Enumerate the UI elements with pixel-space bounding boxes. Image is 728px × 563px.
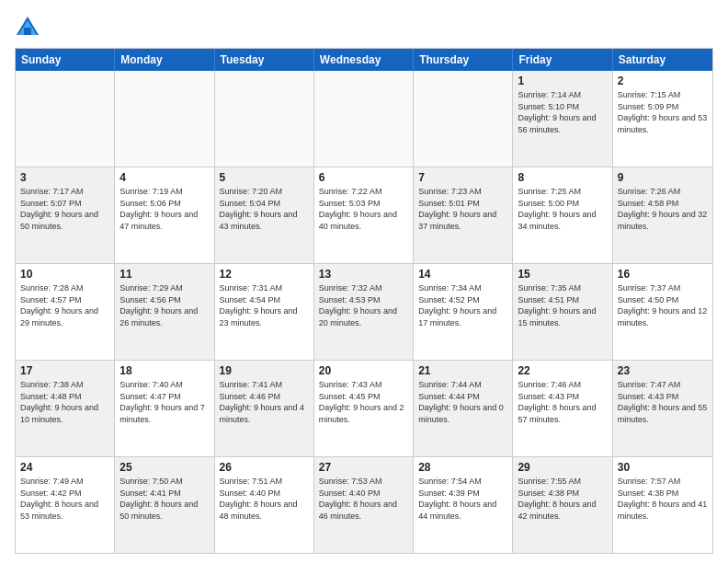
day-number: 19 [220,364,309,377]
header-cell-saturday: Saturday [613,49,712,71]
cal-cell-15: 15Sunrise: 7:35 AMSunset: 4:51 PMDayligh… [513,264,612,360]
header-cell-thursday: Thursday [414,49,513,71]
logo-icon [15,15,40,40]
cell-info: Sunrise: 7:29 AMSunset: 4:56 PMDaylight:… [119,282,209,328]
cell-info: Sunrise: 7:44 AMSunset: 4:44 PMDaylight:… [418,379,507,425]
day-number: 1 [518,75,607,87]
cell-info: Sunrise: 7:54 AMSunset: 4:39 PMDaylight:… [418,476,507,522]
cal-cell-9: 9Sunrise: 7:26 AMSunset: 4:58 PMDaylight… [613,167,712,263]
cell-info: Sunrise: 7:43 AMSunset: 4:45 PMDaylight:… [319,379,408,425]
cell-info: Sunrise: 7:25 AMSunset: 5:00 PMDaylight:… [518,186,607,232]
day-number: 26 [220,461,309,474]
cal-cell-8: 8Sunrise: 7:25 AMSunset: 5:00 PMDaylight… [513,167,612,263]
svg-rect-2 [24,28,31,35]
cal-cell-1: 1Sunrise: 7:14 AMSunset: 5:10 PMDaylight… [513,71,612,167]
cal-cell-empty-0-0 [16,71,115,167]
day-number: 2 [618,75,708,87]
cal-cell-3: 3Sunrise: 7:17 AMSunset: 5:07 PMDaylight… [16,167,115,263]
calendar-row-1: 3Sunrise: 7:17 AMSunset: 5:07 PMDaylight… [16,167,712,264]
cal-cell-7: 7Sunrise: 7:23 AMSunset: 5:01 PMDaylight… [414,167,513,263]
cell-info: Sunrise: 7:23 AMSunset: 5:01 PMDaylight:… [418,186,507,232]
cal-cell-27: 27Sunrise: 7:53 AMSunset: 4:40 PMDayligh… [314,457,414,553]
cal-cell-4: 4Sunrise: 7:19 AMSunset: 5:06 PMDaylight… [115,167,214,263]
day-number: 23 [618,364,708,377]
day-number: 17 [20,364,109,377]
day-number: 7 [418,171,507,184]
cell-info: Sunrise: 7:32 AMSunset: 4:53 PMDaylight:… [319,282,408,328]
cell-info: Sunrise: 7:34 AMSunset: 4:52 PMDaylight:… [418,282,507,328]
cal-cell-24: 24Sunrise: 7:49 AMSunset: 4:42 PMDayligh… [16,457,115,553]
header-cell-sunday: Sunday [16,49,115,71]
cal-cell-11: 11Sunrise: 7:29 AMSunset: 4:56 PMDayligh… [115,264,214,360]
cell-info: Sunrise: 7:19 AMSunset: 5:06 PMDaylight:… [119,186,209,232]
cal-cell-13: 13Sunrise: 7:32 AMSunset: 4:53 PMDayligh… [314,264,414,360]
header-cell-monday: Monday [115,49,214,71]
cal-cell-2: 2Sunrise: 7:15 AMSunset: 5:09 PMDaylight… [613,71,712,167]
cal-cell-25: 25Sunrise: 7:50 AMSunset: 4:41 PMDayligh… [115,457,214,553]
day-number: 5 [220,171,309,184]
header-cell-wednesday: Wednesday [314,49,414,71]
calendar: SundayMondayTuesdayWednesdayThursdayFrid… [15,48,713,554]
cal-cell-10: 10Sunrise: 7:28 AMSunset: 4:57 PMDayligh… [16,264,115,360]
calendar-row-4: 24Sunrise: 7:49 AMSunset: 4:42 PMDayligh… [16,457,712,553]
day-number: 20 [319,364,408,377]
cell-info: Sunrise: 7:17 AMSunset: 5:07 PMDaylight:… [20,186,109,232]
day-number: 24 [20,461,109,474]
header-cell-tuesday: Tuesday [215,49,314,71]
calendar-header: SundayMondayTuesdayWednesdayThursdayFrid… [16,49,712,71]
cal-cell-5: 5Sunrise: 7:20 AMSunset: 5:04 PMDaylight… [215,167,314,263]
day-number: 12 [220,268,309,281]
cal-cell-16: 16Sunrise: 7:37 AMSunset: 4:50 PMDayligh… [613,264,712,360]
logo [15,15,44,40]
cal-cell-12: 12Sunrise: 7:31 AMSunset: 4:54 PMDayligh… [215,264,314,360]
cell-info: Sunrise: 7:51 AMSunset: 4:40 PMDaylight:… [220,476,309,522]
cell-info: Sunrise: 7:53 AMSunset: 4:40 PMDaylight:… [319,476,408,522]
cell-info: Sunrise: 7:40 AMSunset: 4:47 PMDaylight:… [119,379,209,425]
cell-info: Sunrise: 7:50 AMSunset: 4:41 PMDaylight:… [119,476,209,522]
calendar-body: 1Sunrise: 7:14 AMSunset: 5:10 PMDaylight… [16,71,712,553]
cal-cell-23: 23Sunrise: 7:47 AMSunset: 4:43 PMDayligh… [613,361,712,456]
day-number: 9 [618,171,708,184]
cell-info: Sunrise: 7:55 AMSunset: 4:38 PMDaylight:… [518,476,607,522]
cal-cell-empty-0-2 [215,71,314,167]
cell-info: Sunrise: 7:37 AMSunset: 4:50 PMDaylight:… [618,282,708,328]
day-number: 21 [418,364,507,377]
cell-info: Sunrise: 7:15 AMSunset: 5:09 PMDaylight:… [618,89,708,135]
cal-cell-21: 21Sunrise: 7:44 AMSunset: 4:44 PMDayligh… [414,361,513,456]
cell-info: Sunrise: 7:38 AMSunset: 4:48 PMDaylight:… [20,379,109,425]
cell-info: Sunrise: 7:47 AMSunset: 4:43 PMDaylight:… [618,379,708,425]
cell-info: Sunrise: 7:22 AMSunset: 5:03 PMDaylight:… [319,186,408,232]
cell-info: Sunrise: 7:57 AMSunset: 4:38 PMDaylight:… [618,476,708,522]
day-number: 14 [418,268,507,281]
header-cell-friday: Friday [513,49,612,71]
day-number: 4 [119,171,209,184]
day-number: 29 [518,461,607,474]
cal-cell-29: 29Sunrise: 7:55 AMSunset: 4:38 PMDayligh… [513,457,612,553]
day-number: 27 [319,461,408,474]
day-number: 15 [518,268,607,281]
cal-cell-6: 6Sunrise: 7:22 AMSunset: 5:03 PMDaylight… [314,167,414,263]
calendar-row-3: 17Sunrise: 7:38 AMSunset: 4:48 PMDayligh… [16,361,712,457]
day-number: 25 [119,461,209,474]
day-number: 6 [319,171,408,184]
cell-info: Sunrise: 7:28 AMSunset: 4:57 PMDaylight:… [20,282,109,328]
cal-cell-22: 22Sunrise: 7:46 AMSunset: 4:43 PMDayligh… [513,361,612,456]
cell-info: Sunrise: 7:35 AMSunset: 4:51 PMDaylight:… [518,282,607,328]
cell-info: Sunrise: 7:26 AMSunset: 4:58 PMDaylight:… [618,186,708,232]
header [15,15,713,40]
day-number: 22 [518,364,607,377]
day-number: 3 [20,171,109,184]
day-number: 8 [518,171,607,184]
cal-cell-17: 17Sunrise: 7:38 AMSunset: 4:48 PMDayligh… [16,361,115,456]
cal-cell-30: 30Sunrise: 7:57 AMSunset: 4:38 PMDayligh… [613,457,712,553]
cal-cell-28: 28Sunrise: 7:54 AMSunset: 4:39 PMDayligh… [414,457,513,553]
page: SundayMondayTuesdayWednesdayThursdayFrid… [0,0,728,563]
cal-cell-19: 19Sunrise: 7:41 AMSunset: 4:46 PMDayligh… [215,361,314,456]
day-number: 28 [418,461,507,474]
cal-cell-empty-0-1 [115,71,214,167]
calendar-row-2: 10Sunrise: 7:28 AMSunset: 4:57 PMDayligh… [16,264,712,361]
cell-info: Sunrise: 7:49 AMSunset: 4:42 PMDaylight:… [20,476,109,522]
cell-info: Sunrise: 7:14 AMSunset: 5:10 PMDaylight:… [518,89,607,135]
day-number: 13 [319,268,408,281]
cell-info: Sunrise: 7:20 AMSunset: 5:04 PMDaylight:… [220,186,309,232]
